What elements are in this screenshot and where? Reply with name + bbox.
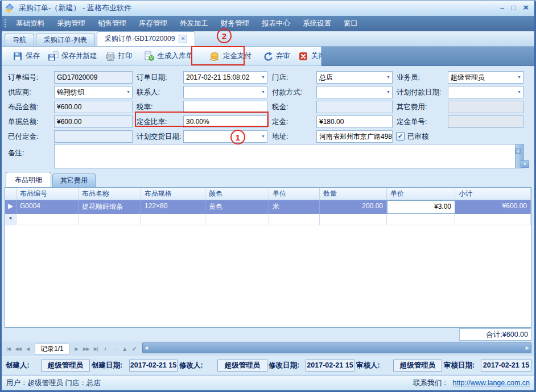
remark-textarea[interactable]: ▲ ▼ <box>54 144 524 168</box>
maximize-icon[interactable]: □ <box>511 4 516 12</box>
new-row-cell[interactable] <box>320 214 387 225</box>
pay-method-field[interactable]: ▼ <box>316 86 393 98</box>
nav-next-page-button[interactable]: ▶▶ <box>83 344 90 353</box>
menu-item-outsourcing[interactable]: 外发加工 <box>174 16 215 31</box>
salesman-field[interactable]: 超级管理员▼ <box>448 71 523 84</box>
contact-field[interactable]: ▼ <box>183 86 267 98</box>
tab-purchase-order-current-label: 采购订单-GD17020009 <box>105 34 175 44</box>
salesman-value: 超级管理员 <box>451 73 485 81</box>
print-label: 打印 <box>118 51 133 61</box>
tab-purchase-order-list-label: 采购订单-列表 <box>44 35 87 45</box>
col-header-unit-price[interactable]: 单价 <box>387 188 455 200</box>
cell-product-name[interactable]: 提花顺纤缎条 <box>79 200 141 214</box>
modifier-label: 修改人: <box>179 361 203 370</box>
menu-item-reports[interactable]: 报表中心 <box>255 16 296 31</box>
pay-method-dropdown-icon[interactable]: ▼ <box>386 90 390 94</box>
tab-purchase-order-current[interactable]: 采购订单-GD17020009 ✕ <box>97 31 195 46</box>
new-row-cell[interactable] <box>17 214 79 225</box>
generate-inbound-button[interactable]: 生成入库单 <box>140 48 197 64</box>
tab-close-icon[interactable]: ✕ <box>179 35 187 43</box>
scroll-down-icon[interactable]: ▼ <box>521 160 529 168</box>
website-link[interactable]: http://www.lange.com.cn <box>453 379 530 387</box>
plan-pay-date-field[interactable]: ▼ <box>448 86 523 98</box>
print-icon <box>105 51 116 61</box>
new-row-cell[interactable] <box>205 214 269 225</box>
menu-item-base-data[interactable]: 基础资料 <box>10 16 51 31</box>
nav-post-button[interactable]: ✔ <box>131 344 138 353</box>
nav-append-button[interactable]: + <box>102 344 109 353</box>
salesman-dropdown-icon[interactable]: ▼ <box>517 75 521 80</box>
supplier-field[interactable]: 锦翔纺织▼ <box>54 86 133 98</box>
scroll-right-icon[interactable]: ▶ <box>526 345 529 350</box>
new-row-cell[interactable] <box>455 214 531 225</box>
generate-inbound-label: 生成入库单 <box>158 51 193 61</box>
store-label: 门店: <box>272 71 288 84</box>
order-date-dropdown-icon[interactable]: ▼ <box>261 75 265 80</box>
save-and-new-button[interactable]: 保存并新建 <box>44 48 101 64</box>
tax-amount-label: 税金: <box>272 101 288 113</box>
supplier-value: 锦翔纺织 <box>57 88 84 96</box>
menu-item-system[interactable]: 系统设置 <box>296 16 337 31</box>
scroll-left-icon[interactable]: ◀ <box>145 345 148 350</box>
cell-color[interactable]: 黄色 <box>205 200 269 214</box>
tab-navigation[interactable]: 导航 <box>5 34 34 46</box>
grid-header-row: 布品编号 布品名称 布品规格 颜色 单位 数量 单价 小计 <box>5 188 531 200</box>
grid-row-new[interactable]: * <box>5 214 531 225</box>
tab-purchase-order-list[interactable]: 采购订单-列表 <box>36 34 95 46</box>
nav-prev-page-button[interactable]: ◀◀ <box>14 344 22 353</box>
unapprove-button[interactable]: 弃审 <box>259 48 294 64</box>
deposit-field[interactable]: ¥180.00 <box>316 115 393 128</box>
tab-fabric-detail[interactable]: 布品明细 <box>6 172 51 187</box>
remark-scrollbar[interactable]: ▲ ▼ <box>515 145 523 168</box>
address-field[interactable]: 河南省郑州市京广路498号 <box>316 130 393 143</box>
col-header-subtotal[interactable]: 小计 <box>455 188 531 200</box>
col-header-product-code[interactable]: 布品编号 <box>17 188 79 200</box>
contact-dropdown-icon[interactable]: ▼ <box>261 90 265 94</box>
nav-next-button[interactable]: ▶ <box>73 344 80 353</box>
scroll-up-icon[interactable]: ▲ <box>516 148 521 154</box>
nav-first-button[interactable]: |◀ <box>5 344 12 353</box>
tab-other-fees[interactable]: 其它费用 <box>52 174 96 187</box>
plan-pay-date-dropdown-icon[interactable]: ▼ <box>517 90 521 94</box>
cell-product-code[interactable]: G0004 <box>17 200 79 214</box>
grid-horizontal-scrollbar[interactable]: ◀ ▶ <box>142 343 531 353</box>
menu-item-sales[interactable]: 销售管理 <box>92 16 133 31</box>
nav-last-button[interactable]: ▶| <box>92 344 100 353</box>
new-row-cell[interactable] <box>387 214 455 225</box>
supplier-dropdown-icon[interactable]: ▼ <box>126 90 130 94</box>
new-row-cell[interactable] <box>79 214 141 225</box>
col-header-unit[interactable]: 单位 <box>269 188 320 200</box>
audited-checkbox[interactable]: ✔ <box>396 132 405 141</box>
auditor-field: 超级管理员 <box>393 360 442 372</box>
cell-unit[interactable]: 米 <box>269 200 320 214</box>
order-date-label: 订单日期: <box>137 71 167 84</box>
plan-delivery-date-field[interactable]: ▼ <box>183 130 267 143</box>
cell-subtotal[interactable]: ¥600.00 <box>455 200 531 214</box>
nav-delete-button[interactable]: − <box>112 344 119 353</box>
save-button[interactable]: 保存 <box>9 48 44 64</box>
menu-item-purchase[interactable]: 采购管理 <box>51 16 92 31</box>
minimize-icon[interactable]: – <box>500 4 504 12</box>
store-dropdown-icon[interactable]: ▼ <box>386 75 390 80</box>
cell-unit-price[interactable]: ¥3.00 <box>387 200 455 214</box>
toolbar: 保存 保存并新建 打印 生成入库单 定金支付 弃审 关闭 ▾ <box>2 47 321 66</box>
cell-quantity[interactable]: 200.00 <box>320 200 387 214</box>
menu-item-inventory[interactable]: 库存管理 <box>133 16 174 31</box>
col-header-color[interactable]: 颜色 <box>205 188 269 200</box>
new-row-cell[interactable] <box>269 214 320 225</box>
fabric-amount-label: 布品金额: <box>8 101 38 113</box>
grid-row-selected[interactable]: ▶ G0004 提花顺纤缎条 122×80 黄色 米 200.00 ¥3.00 … <box>5 200 531 214</box>
col-header-product-name[interactable]: 布品名称 <box>79 188 141 200</box>
col-header-quantity[interactable]: 数量 <box>320 188 387 200</box>
new-row-cell[interactable] <box>141 214 205 225</box>
print-button[interactable]: 打印 <box>101 48 137 64</box>
store-field[interactable]: 总店▼ <box>316 71 393 84</box>
order-date-field[interactable]: 2017-02-21 15:08:02▼ <box>183 71 267 84</box>
tabstrip-close-icon[interactable]: ✕ <box>524 4 529 11</box>
menu-item-window[interactable]: 窗口 <box>337 16 364 31</box>
col-header-spec[interactable]: 布品规格 <box>141 188 205 200</box>
nav-edit-button[interactable]: ▲ <box>121 344 129 353</box>
nav-prev-button[interactable]: ◀ <box>24 344 31 353</box>
plan-delivery-date-dropdown-icon[interactable]: ▼ <box>261 134 265 139</box>
cell-spec[interactable]: 122×80 <box>141 200 205 214</box>
